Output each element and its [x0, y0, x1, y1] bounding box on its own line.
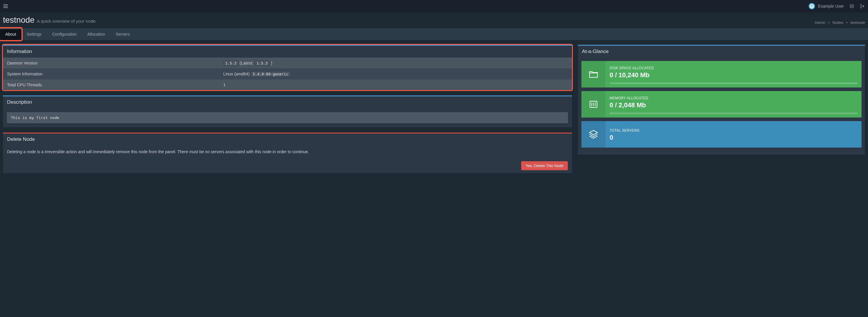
delete-node-panel: Delete Node Deleting a node is a irrever…: [3, 133, 572, 173]
breadcrumb-admin[interactable]: Admin: [815, 20, 826, 25]
stat-memory-bar: [610, 113, 858, 114]
description-value: This is my first node: [7, 112, 568, 123]
table-row: Daemon Version 1.5.3 (Latest: 1.5.3 ): [3, 58, 572, 69]
cpu-threads-value: 1: [219, 80, 572, 90]
logout-icon: [860, 3, 865, 9]
stat-memory-value: 0 / 2,048 Mb: [610, 102, 858, 109]
logout-button[interactable]: [860, 3, 865, 9]
delete-node-button[interactable]: Yes, Delete This Node: [521, 161, 568, 170]
system-info-label: System Information: [3, 69, 219, 80]
daemon-latest-code: 1.5.3: [254, 60, 270, 66]
burger-icon: [3, 3, 8, 9]
stat-servers-label: TOTAL SERVERS: [610, 128, 858, 133]
at-a-glance-title: At-a-Glance: [578, 46, 865, 57]
breadcrumb: Admin > Nodes > testnode: [815, 20, 865, 25]
user-menu[interactable]: Example User: [809, 3, 844, 9]
system-kernel-code: 5.4.0-89-generic: [251, 71, 290, 77]
daemon-version-value: 1.5.3 (Latest: 1.5.3 ): [219, 58, 572, 69]
layers-icon: [849, 3, 855, 9]
page-header: testnode A quick overview of your node. …: [0, 12, 868, 28]
system-info-value: Linux (amd64) 5.4.0-89-generic: [219, 69, 572, 80]
tab-settings[interactable]: Settings: [22, 28, 47, 40]
username-label: Example User: [818, 4, 844, 8]
breadcrumb-nodes[interactable]: Nodes: [832, 20, 844, 25]
information-panel: Information Daemon Version 1.5.3 (Latest…: [3, 45, 572, 90]
bars-icon: [588, 99, 599, 110]
avatar: [809, 3, 815, 9]
page-title: testnode: [3, 15, 34, 25]
menu-toggle-button[interactable]: [3, 3, 8, 9]
stat-disk-value: 0 / 10,240 Mb: [610, 71, 858, 79]
at-a-glance-panel: At-a-Glance DISK SPACE ALLOCATED 0 / 10,…: [578, 45, 865, 155]
table-row: System Information Linux (amd64) 5.4.0-8…: [3, 69, 572, 80]
stat-memory: MEMORY ALLOCATED 0 / 2,048 Mb: [581, 91, 862, 118]
power-icon: [810, 4, 813, 8]
page-subtitle: A quick overview of your node.: [37, 19, 96, 24]
cpu-threads-label: Total CPU Threads: [3, 80, 219, 90]
tab-servers[interactable]: Servers: [110, 28, 135, 40]
content: Information Daemon Version 1.5.3 (Latest…: [0, 40, 868, 178]
svg-marker-11: [589, 131, 597, 135]
information-table: Daemon Version 1.5.3 (Latest: 1.5.3 ) Sy…: [3, 57, 572, 90]
description-panel: Description This is my first node: [3, 95, 572, 127]
tab-configuration[interactable]: Configuration: [47, 28, 82, 40]
stat-disk-bar: [610, 83, 858, 84]
tab-about[interactable]: About: [0, 28, 22, 40]
node-tabs: About Settings Configuration Allocation …: [0, 28, 868, 40]
folder-icon: [588, 69, 599, 80]
tab-allocation[interactable]: Allocation: [82, 28, 110, 40]
delete-panel-body: Deleting a node is a irreversible action…: [3, 145, 572, 158]
admin-switch-button[interactable]: [849, 3, 855, 9]
stat-servers-value: 0: [610, 134, 858, 141]
daemon-version-code: 1.5.3: [223, 60, 239, 66]
stat-disk: DISK SPACE ALLOCATED 0 / 10,240 Mb: [581, 61, 862, 87]
description-panel-title: Description: [3, 96, 572, 108]
stat-memory-label: MEMORY ALLOCATED: [610, 96, 858, 100]
stat-servers: TOTAL SERVERS 0: [581, 121, 862, 148]
stat-disk-label: DISK SPACE ALLOCATED: [610, 66, 858, 70]
delete-panel-title: Delete Node: [3, 134, 572, 145]
daemon-version-label: Daemon Version: [3, 58, 219, 69]
table-row: Total CPU Threads 1: [3, 80, 572, 90]
stack-icon: [588, 129, 599, 140]
information-panel-title: Information: [3, 46, 572, 57]
svg-rect-5: [850, 5, 854, 6]
breadcrumb-current: testnode: [850, 20, 865, 25]
svg-rect-6: [850, 7, 854, 8]
topbar: Example User: [0, 0, 868, 12]
